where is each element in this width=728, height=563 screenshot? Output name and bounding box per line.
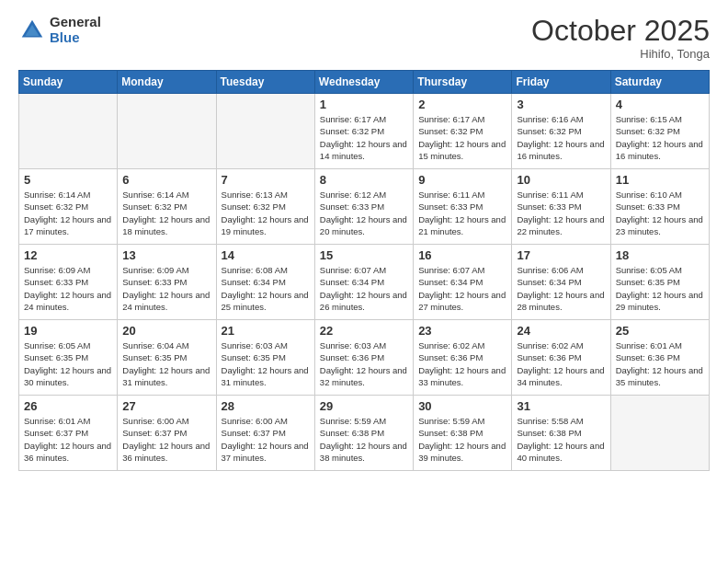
day-info: Sunrise: 6:17 AM Sunset: 6:32 PM Dayligh… (320, 113, 408, 162)
day-info: Sunrise: 6:16 AM Sunset: 6:32 PM Dayligh… (517, 113, 605, 162)
calendar-cell: 30Sunrise: 5:59 AM Sunset: 6:38 PM Dayli… (414, 396, 512, 471)
day-info: Sunrise: 6:07 AM Sunset: 6:34 PM Dayligh… (418, 264, 506, 313)
day-number: 18 (616, 248, 704, 262)
day-info: Sunrise: 5:59 AM Sunset: 6:38 PM Dayligh… (418, 415, 506, 464)
day-number: 8 (320, 173, 408, 187)
day-info: Sunrise: 6:04 AM Sunset: 6:35 PM Dayligh… (122, 339, 210, 388)
calendar-cell: 28Sunrise: 6:00 AM Sunset: 6:37 PM Dayli… (216, 396, 314, 471)
day-info: Sunrise: 6:00 AM Sunset: 6:37 PM Dayligh… (122, 415, 210, 464)
header-tuesday: Tuesday (216, 71, 314, 94)
calendar-cell: 22Sunrise: 6:03 AM Sunset: 6:36 PM Dayli… (314, 320, 413, 396)
day-info: Sunrise: 6:15 AM Sunset: 6:32 PM Dayligh… (616, 113, 704, 162)
day-number: 12 (24, 248, 112, 262)
day-number: 11 (616, 173, 704, 187)
calendar-cell: 24Sunrise: 6:02 AM Sunset: 6:36 PM Dayli… (512, 320, 610, 396)
calendar-cell (19, 94, 118, 169)
day-number: 9 (418, 173, 506, 187)
day-number: 22 (320, 324, 408, 338)
day-info: Sunrise: 6:06 AM Sunset: 6:34 PM Dayligh… (517, 264, 605, 313)
calendar-cell: 9Sunrise: 6:11 AM Sunset: 6:33 PM Daylig… (414, 169, 512, 245)
day-info: Sunrise: 6:02 AM Sunset: 6:36 PM Dayligh… (517, 339, 605, 388)
day-info: Sunrise: 6:07 AM Sunset: 6:34 PM Dayligh… (320, 264, 408, 313)
calendar-week-row-0: 1Sunrise: 6:17 AM Sunset: 6:32 PM Daylig… (19, 94, 710, 169)
calendar-week-row-4: 26Sunrise: 6:01 AM Sunset: 6:37 PM Dayli… (19, 396, 710, 471)
title-block: October 2025 Hihifo, Tonga (531, 15, 710, 61)
calendar-cell: 16Sunrise: 6:07 AM Sunset: 6:34 PM Dayli… (414, 245, 512, 320)
day-info: Sunrise: 6:14 AM Sunset: 6:32 PM Dayligh… (122, 189, 210, 237)
day-info: Sunrise: 6:17 AM Sunset: 6:32 PM Dayligh… (418, 113, 506, 162)
calendar-cell: 29Sunrise: 5:59 AM Sunset: 6:38 PM Dayli… (314, 396, 413, 471)
header-saturday: Saturday (610, 71, 709, 94)
day-number: 19 (24, 324, 112, 338)
calendar-cell: 2Sunrise: 6:17 AM Sunset: 6:32 PM Daylig… (414, 94, 512, 169)
calendar-cell: 25Sunrise: 6:01 AM Sunset: 6:36 PM Dayli… (610, 320, 709, 396)
calendar-cell: 1Sunrise: 6:17 AM Sunset: 6:32 PM Daylig… (314, 94, 413, 169)
day-number: 6 (122, 173, 210, 187)
day-number: 16 (418, 248, 506, 262)
calendar-cell: 7Sunrise: 6:13 AM Sunset: 6:32 PM Daylig… (216, 169, 314, 245)
calendar-cell: 26Sunrise: 6:01 AM Sunset: 6:37 PM Dayli… (19, 396, 118, 471)
day-info: Sunrise: 6:03 AM Sunset: 6:36 PM Dayligh… (320, 339, 408, 388)
day-number: 10 (517, 173, 605, 187)
day-info: Sunrise: 6:05 AM Sunset: 6:35 PM Dayligh… (24, 339, 112, 388)
calendar-cell: 19Sunrise: 6:05 AM Sunset: 6:35 PM Dayli… (19, 320, 118, 396)
day-info: Sunrise: 6:12 AM Sunset: 6:33 PM Dayligh… (320, 189, 408, 237)
day-info: Sunrise: 6:09 AM Sunset: 6:33 PM Dayligh… (122, 264, 210, 313)
day-info: Sunrise: 6:03 AM Sunset: 6:35 PM Dayligh… (222, 339, 310, 388)
logo-general: General (50, 15, 101, 30)
day-number: 13 (122, 248, 210, 262)
month-title: October 2025 (531, 15, 710, 47)
calendar-cell: 4Sunrise: 6:15 AM Sunset: 6:32 PM Daylig… (610, 94, 709, 169)
calendar-page: General Blue October 2025 Hihifo, Tonga … (0, 0, 728, 563)
day-info: Sunrise: 6:11 AM Sunset: 6:33 PM Dayligh… (418, 189, 506, 237)
calendar-cell (216, 94, 314, 169)
day-info: Sunrise: 6:14 AM Sunset: 6:32 PM Dayligh… (24, 189, 112, 237)
day-number: 4 (616, 98, 704, 111)
day-info: Sunrise: 5:58 AM Sunset: 6:38 PM Dayligh… (517, 415, 605, 464)
header-wednesday: Wednesday (314, 71, 413, 94)
day-info: Sunrise: 6:05 AM Sunset: 6:35 PM Dayligh… (616, 264, 704, 313)
calendar-cell: 6Sunrise: 6:14 AM Sunset: 6:32 PM Daylig… (118, 169, 216, 245)
location-subtitle: Hihifo, Tonga (531, 47, 710, 61)
calendar-week-row-2: 12Sunrise: 6:09 AM Sunset: 6:33 PM Dayli… (19, 245, 710, 320)
logo-text: General Blue (50, 15, 101, 45)
day-info: Sunrise: 6:13 AM Sunset: 6:32 PM Dayligh… (222, 189, 310, 237)
calendar-cell: 31Sunrise: 5:58 AM Sunset: 6:38 PM Dayli… (512, 396, 610, 471)
day-number: 15 (320, 248, 408, 262)
calendar-cell: 10Sunrise: 6:11 AM Sunset: 6:33 PM Dayli… (512, 169, 610, 245)
calendar-cell: 5Sunrise: 6:14 AM Sunset: 6:32 PM Daylig… (19, 169, 118, 245)
calendar-cell: 8Sunrise: 6:12 AM Sunset: 6:33 PM Daylig… (314, 169, 413, 245)
day-info: Sunrise: 6:09 AM Sunset: 6:33 PM Dayligh… (24, 264, 112, 313)
day-info: Sunrise: 6:00 AM Sunset: 6:37 PM Dayligh… (222, 415, 310, 464)
day-number: 1 (320, 98, 408, 111)
day-number: 30 (418, 399, 506, 413)
calendar-cell (610, 396, 709, 471)
day-info: Sunrise: 6:02 AM Sunset: 6:36 PM Dayligh… (418, 339, 506, 388)
day-number: 2 (418, 98, 506, 111)
day-number: 26 (24, 399, 112, 413)
calendar-header-row: Sunday Monday Tuesday Wednesday Thursday… (19, 71, 710, 94)
day-number: 25 (616, 324, 704, 338)
calendar-week-row-3: 19Sunrise: 6:05 AM Sunset: 6:35 PM Dayli… (19, 320, 710, 396)
day-number: 29 (320, 399, 408, 413)
header-thursday: Thursday (414, 71, 512, 94)
calendar-cell: 15Sunrise: 6:07 AM Sunset: 6:34 PM Dayli… (314, 245, 413, 320)
logo-icon (18, 17, 46, 44)
day-info: Sunrise: 6:01 AM Sunset: 6:36 PM Dayligh… (616, 339, 704, 388)
calendar-cell: 11Sunrise: 6:10 AM Sunset: 6:33 PM Dayli… (610, 169, 709, 245)
day-number: 24 (517, 324, 605, 338)
logo: General Blue (18, 15, 101, 45)
day-number: 5 (24, 173, 112, 187)
calendar-cell: 3Sunrise: 6:16 AM Sunset: 6:32 PM Daylig… (512, 94, 610, 169)
day-number: 20 (122, 324, 210, 338)
day-number: 27 (122, 399, 210, 413)
day-number: 31 (517, 399, 605, 413)
day-info: Sunrise: 5:59 AM Sunset: 6:38 PM Dayligh… (320, 415, 408, 464)
calendar-table: Sunday Monday Tuesday Wednesday Thursday… (18, 70, 710, 471)
calendar-cell: 18Sunrise: 6:05 AM Sunset: 6:35 PM Dayli… (610, 245, 709, 320)
day-number: 7 (222, 173, 310, 187)
header: General Blue October 2025 Hihifo, Tonga (18, 15, 710, 61)
calendar-cell: 21Sunrise: 6:03 AM Sunset: 6:35 PM Dayli… (216, 320, 314, 396)
calendar-cell: 12Sunrise: 6:09 AM Sunset: 6:33 PM Dayli… (19, 245, 118, 320)
calendar-cell: 17Sunrise: 6:06 AM Sunset: 6:34 PM Dayli… (512, 245, 610, 320)
